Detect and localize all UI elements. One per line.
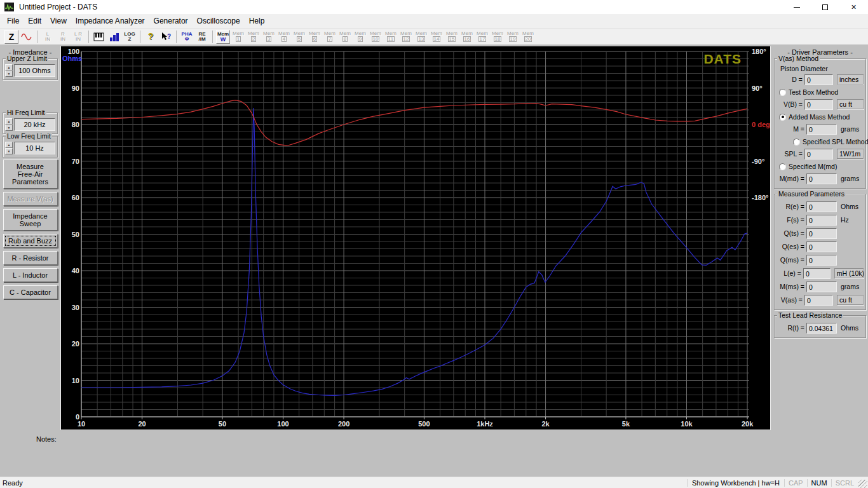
window-title: Untitled Project - DATS — [19, 3, 97, 11]
impedance-z-button[interactable]: Z — [4, 30, 18, 44]
mem-11-button[interactable]: Mem11 — [384, 30, 398, 44]
mem-15-button[interactable]: Mem15 — [445, 30, 459, 44]
real-imaginary-button[interactable]: RE/IM — [195, 30, 209, 44]
mem-4-button[interactable]: Mem4 — [277, 30, 291, 44]
v-as-method-group: V(as) MethodPiston DiameterD =0inchesTes… — [774, 58, 866, 189]
spl-field[interactable]: 0 — [804, 149, 833, 159]
phase-curve — [81, 100, 747, 146]
le-field[interactable]: 0 — [803, 268, 831, 279]
left-input-button[interactable]: LIN — [41, 30, 55, 44]
qms-field[interactable]: 0 — [806, 255, 837, 266]
context-help-button[interactable]: ? — [159, 30, 173, 44]
low-freq-limit-value[interactable]: 10 Hz — [14, 142, 55, 154]
fs-field-row: F(s) =0Hz — [776, 214, 864, 226]
hi-freq-limit-value[interactable]: 20 kHz — [14, 118, 55, 131]
impedance-chart[interactable]: 0102030405060708090100Ohms10205010020050… — [60, 46, 771, 430]
mem-20-button[interactable]: Mem20 — [521, 30, 535, 44]
mmd-field[interactable]: 0 — [806, 173, 837, 184]
impedance-sweep-button[interactable]: Impedance Sweep — [3, 209, 58, 231]
mem-3-button[interactable]: Mem3 — [262, 30, 276, 44]
qts-field[interactable]: 0 — [806, 228, 837, 239]
maximize-icon — [822, 4, 828, 10]
upper-z-limit-value[interactable]: 100 Ohms — [14, 64, 55, 77]
specified-spl-method-radio-circle[interactable] — [793, 139, 800, 146]
y-axis-tick: 80 — [72, 121, 79, 128]
low-freq-limit-spin-down[interactable]: ▼ — [5, 148, 13, 154]
re-field[interactable]: 0 — [806, 201, 837, 212]
mem-12-button[interactable]: Mem12 — [399, 30, 413, 44]
right-input-button[interactable]: RIN — [56, 30, 70, 44]
resize-grip[interactable] — [858, 480, 867, 488]
mem-8-button[interactable]: Mem8 — [338, 30, 352, 44]
specified-mmd-radio-circle[interactable] — [779, 163, 786, 170]
tone-piano-button[interactable] — [92, 30, 106, 44]
mms-field[interactable]: 0 — [806, 281, 837, 292]
test-box-method-radio[interactable]: Test Box Method — [779, 87, 864, 97]
mem-17-button[interactable]: Mem17 — [475, 30, 489, 44]
menu-generator[interactable]: Generator — [149, 15, 193, 27]
le-field-unit: mH (10k) — [834, 268, 864, 278]
mem-18-button[interactable]: Mem18 — [491, 30, 505, 44]
upper-z-limit-spin-up[interactable]: ▲ — [5, 64, 13, 71]
menu-oscilloscope[interactable]: Oscilloscope — [193, 15, 245, 27]
menu-file[interactable]: File — [3, 15, 24, 27]
mem-19-button[interactable]: Mem19 — [506, 30, 520, 44]
maximize-button[interactable] — [811, 0, 839, 14]
low-freq-limit-spin-up[interactable]: ▲ — [5, 142, 13, 148]
hi-freq-limit-spin-up[interactable]: ▲ — [5, 118, 13, 125]
phase-axis-tick: 90° — [752, 85, 763, 92]
rub-and-buzz-button[interactable]: Rub and Buzz — [3, 234, 58, 248]
specified-mmd-radio[interactable]: Specified M(md) — [779, 161, 864, 172]
workspace: - Impedance - Upper Z Limit▲▼100 OhmsHi … — [0, 44, 868, 477]
r-resistor-button[interactable]: R - Resistor — [3, 251, 58, 265]
menu-help[interactable]: Help — [245, 15, 269, 27]
mem-6-button[interactable]: Mem6 — [308, 30, 322, 44]
x-axis-tick: 20 — [138, 420, 146, 428]
mem-5-button[interactable]: Mem5 — [292, 30, 306, 44]
upper-z-limit-label: Upper Z Limit — [6, 55, 48, 62]
fs-field[interactable]: 0 — [806, 215, 837, 226]
upper-z-limit-group: Upper Z Limit▲▼100 Ohms — [3, 58, 58, 80]
menu-edit[interactable]: Edit — [24, 15, 46, 27]
piston-diameter-field[interactable]: 0 — [804, 74, 833, 85]
memory-waveform-button[interactable]: MemW — [216, 30, 230, 44]
specified-spl-method-radio[interactable]: Specified SPL Method — [793, 137, 864, 147]
close-button[interactable]: × — [839, 0, 868, 14]
phase-button[interactable]: PHAΦ — [180, 30, 194, 44]
mem-13-button[interactable]: Mem13 — [414, 30, 428, 44]
mem-7-button[interactable]: Mem7 — [323, 30, 337, 44]
vas-field[interactable]: 0 — [804, 295, 833, 306]
generator-sine-icon[interactable] — [20, 30, 34, 44]
low-freq-limit-label: Low Freq Limit — [6, 132, 52, 140]
y-axis-tick: 10 — [72, 377, 79, 384]
menu-view[interactable]: View — [46, 15, 71, 27]
measure-vas-button[interactable]: Measure V(as) — [3, 192, 58, 206]
test-box-method-radio-circle[interactable] — [779, 89, 786, 96]
left-right-input-button[interactable]: L RIN — [71, 30, 85, 44]
mem-16-button[interactable]: Mem16 — [460, 30, 474, 44]
rt-field[interactable]: 0.04361 — [806, 323, 837, 334]
added-mass-method-radio-circle[interactable] — [779, 114, 786, 121]
upper-z-limit-spin-down[interactable]: ▼ — [5, 71, 13, 77]
spectrum-bars-button[interactable] — [107, 30, 121, 44]
help-button[interactable]: ? — [144, 30, 158, 44]
minimize-button[interactable] — [782, 0, 811, 14]
y-axis-tick: 30 — [72, 304, 79, 311]
l-inductor-button[interactable]: L - Inductor — [3, 268, 58, 282]
mem-2-button[interactable]: Mem2 — [247, 30, 261, 44]
menu-impedance-analyzer[interactable]: Impedance Analyzer — [71, 15, 149, 27]
mem-9-button[interactable]: Mem9 — [353, 30, 367, 44]
status-workbench: Showing Workbench | hw=H — [688, 479, 783, 487]
measure-free-air-button[interactable]: Measure Free-Air Parameters — [3, 159, 58, 189]
added-mass-method-radio[interactable]: Added Mass Method — [779, 112, 864, 122]
log-z-button[interactable]: LOGZ — [123, 30, 137, 44]
x-axis-tick: 1kHz — [477, 420, 493, 428]
mem-1-button[interactable]: Mem1 — [231, 30, 245, 44]
box-volume-field[interactable]: 0 — [804, 99, 833, 110]
c-capacitor-button[interactable]: C - Capacitor — [3, 285, 58, 299]
qes-field[interactable]: 0 — [806, 241, 837, 252]
mem-10-button[interactable]: Mem10 — [369, 30, 383, 44]
mem-14-button[interactable]: Mem14 — [430, 30, 444, 44]
added-mass-field[interactable]: 0 — [806, 124, 837, 135]
hi-freq-limit-spin-down[interactable]: ▼ — [5, 125, 13, 131]
